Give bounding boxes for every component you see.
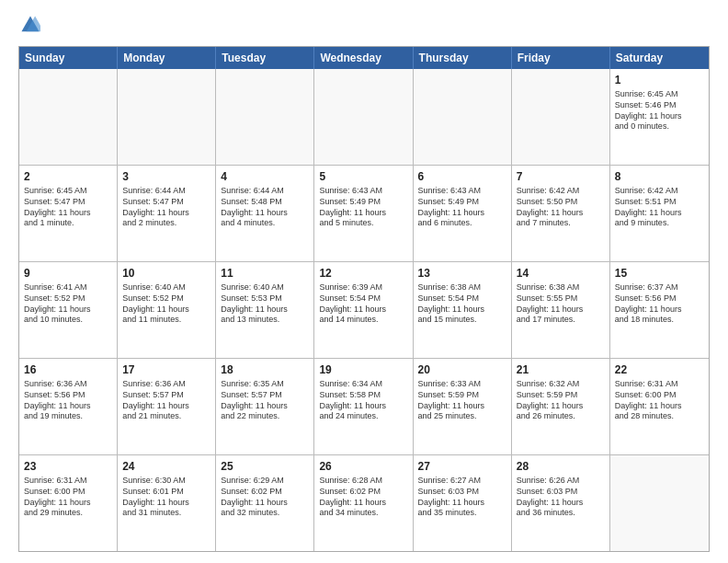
day-cell-12: 12Sunrise: 6:39 AM Sunset: 5:54 PM Dayli… (314, 262, 413, 358)
day-number: 14 (517, 266, 605, 281)
day-number: 20 (418, 362, 506, 377)
empty-cell (414, 69, 512, 165)
day-number: 5 (319, 169, 407, 184)
day-info: Sunrise: 6:32 AM Sunset: 5:59 PM Dayligh… (517, 379, 605, 422)
day-info: Sunrise: 6:28 AM Sunset: 6:02 PM Dayligh… (319, 476, 407, 519)
empty-cell (19, 69, 118, 165)
day-number: 2 (24, 169, 112, 184)
empty-cell (216, 69, 314, 165)
day-info: Sunrise: 6:43 AM Sunset: 5:49 PM Dayligh… (319, 186, 407, 229)
day-info: Sunrise: 6:36 AM Sunset: 5:57 PM Dayligh… (122, 379, 210, 422)
day-number: 19 (319, 362, 407, 377)
day-number: 1 (615, 73, 704, 87)
day-cell-10: 10Sunrise: 6:40 AM Sunset: 5:52 PM Dayli… (118, 262, 216, 358)
day-cell-7: 7Sunrise: 6:42 AM Sunset: 5:50 PM Daylig… (512, 166, 610, 261)
page: SundayMondayTuesdayWednesdayThursdayFrid… (0, 0, 728, 563)
week-row-0: 1Sunrise: 6:45 AM Sunset: 5:46 PM Daylig… (19, 69, 709, 165)
day-cell-6: 6Sunrise: 6:43 AM Sunset: 5:49 PM Daylig… (414, 166, 512, 261)
day-cell-27: 27Sunrise: 6:27 AM Sunset: 6:03 PM Dayli… (414, 455, 512, 551)
header-cell-monday: Monday (118, 47, 216, 69)
header (18, 15, 710, 39)
day-info: Sunrise: 6:26 AM Sunset: 6:03 PM Dayligh… (517, 476, 605, 519)
day-number: 24 (122, 459, 210, 474)
day-info: Sunrise: 6:42 AM Sunset: 5:51 PM Dayligh… (615, 186, 704, 229)
calendar: SundayMondayTuesdayWednesdayThursdayFrid… (18, 46, 710, 552)
logo-icon (20, 15, 40, 35)
calendar-header: SundayMondayTuesdayWednesdayThursdayFrid… (19, 47, 709, 69)
day-info: Sunrise: 6:27 AM Sunset: 6:03 PM Dayligh… (418, 476, 506, 519)
day-cell-8: 8Sunrise: 6:42 AM Sunset: 5:51 PM Daylig… (610, 166, 709, 261)
day-number: 3 (122, 169, 210, 184)
day-cell-22: 22Sunrise: 6:31 AM Sunset: 6:00 PM Dayli… (610, 359, 709, 454)
day-cell-19: 19Sunrise: 6:34 AM Sunset: 5:58 PM Dayli… (314, 359, 413, 454)
week-row-4: 23Sunrise: 6:31 AM Sunset: 6:00 PM Dayli… (19, 454, 709, 551)
day-number: 25 (221, 459, 309, 474)
day-info: Sunrise: 6:34 AM Sunset: 5:58 PM Dayligh… (319, 379, 407, 422)
day-number: 13 (418, 266, 506, 281)
calendar-body: 1Sunrise: 6:45 AM Sunset: 5:46 PM Daylig… (19, 69, 709, 551)
day-cell-9: 9Sunrise: 6:41 AM Sunset: 5:52 PM Daylig… (19, 262, 118, 358)
day-number: 17 (122, 362, 210, 377)
day-number: 18 (221, 362, 309, 377)
day-cell-16: 16Sunrise: 6:36 AM Sunset: 5:56 PM Dayli… (19, 359, 118, 454)
header-cell-thursday: Thursday (414, 47, 512, 69)
day-number: 23 (24, 459, 112, 474)
day-info: Sunrise: 6:43 AM Sunset: 5:49 PM Dayligh… (418, 186, 506, 229)
week-row-2: 9Sunrise: 6:41 AM Sunset: 5:52 PM Daylig… (19, 261, 709, 358)
day-number: 10 (122, 266, 210, 281)
empty-cell (512, 69, 610, 165)
header-cell-friday: Friday (512, 47, 610, 69)
day-cell-5: 5Sunrise: 6:43 AM Sunset: 5:49 PM Daylig… (314, 166, 413, 261)
day-info: Sunrise: 6:30 AM Sunset: 6:01 PM Dayligh… (122, 476, 210, 519)
day-number: 6 (418, 169, 506, 184)
header-cell-sunday: Sunday (19, 47, 118, 69)
header-cell-saturday: Saturday (610, 47, 709, 69)
day-info: Sunrise: 6:35 AM Sunset: 5:57 PM Dayligh… (221, 379, 309, 422)
day-number: 9 (24, 266, 112, 281)
day-number: 26 (319, 459, 407, 474)
day-info: Sunrise: 6:37 AM Sunset: 5:56 PM Dayligh… (615, 282, 704, 326)
day-cell-28: 28Sunrise: 6:26 AM Sunset: 6:03 PM Dayli… (512, 455, 610, 551)
empty-cell (314, 69, 413, 165)
day-info: Sunrise: 6:36 AM Sunset: 5:56 PM Dayligh… (24, 379, 112, 422)
day-info: Sunrise: 6:33 AM Sunset: 5:59 PM Dayligh… (418, 379, 506, 422)
day-info: Sunrise: 6:31 AM Sunset: 6:00 PM Dayligh… (24, 476, 112, 519)
day-info: Sunrise: 6:44 AM Sunset: 5:48 PM Dayligh… (221, 186, 309, 229)
day-info: Sunrise: 6:44 AM Sunset: 5:47 PM Dayligh… (122, 186, 210, 229)
day-info: Sunrise: 6:39 AM Sunset: 5:54 PM Dayligh… (319, 282, 407, 326)
day-cell-25: 25Sunrise: 6:29 AM Sunset: 6:02 PM Dayli… (216, 455, 314, 551)
day-info: Sunrise: 6:45 AM Sunset: 5:46 PM Dayligh… (615, 89, 704, 132)
day-cell-24: 24Sunrise: 6:30 AM Sunset: 6:01 PM Dayli… (118, 455, 216, 551)
day-cell-15: 15Sunrise: 6:37 AM Sunset: 5:56 PM Dayli… (610, 262, 709, 358)
logo (18, 15, 44, 39)
day-number: 28 (517, 459, 605, 474)
empty-cell (610, 455, 709, 551)
day-number: 8 (615, 169, 704, 184)
day-number: 21 (517, 362, 605, 377)
day-info: Sunrise: 6:40 AM Sunset: 5:52 PM Dayligh… (122, 282, 210, 326)
day-info: Sunrise: 6:40 AM Sunset: 5:53 PM Dayligh… (221, 282, 309, 326)
day-info: Sunrise: 6:29 AM Sunset: 6:02 PM Dayligh… (221, 476, 309, 519)
day-number: 27 (418, 459, 506, 474)
day-cell-13: 13Sunrise: 6:38 AM Sunset: 5:54 PM Dayli… (414, 262, 512, 358)
day-number: 22 (615, 362, 704, 377)
day-cell-18: 18Sunrise: 6:35 AM Sunset: 5:57 PM Dayli… (216, 359, 314, 454)
day-info: Sunrise: 6:31 AM Sunset: 6:00 PM Dayligh… (615, 379, 704, 422)
day-cell-26: 26Sunrise: 6:28 AM Sunset: 6:02 PM Dayli… (314, 455, 413, 551)
week-row-3: 16Sunrise: 6:36 AM Sunset: 5:56 PM Dayli… (19, 358, 709, 454)
week-row-1: 2Sunrise: 6:45 AM Sunset: 5:47 PM Daylig… (19, 165, 709, 261)
day-cell-2: 2Sunrise: 6:45 AM Sunset: 5:47 PM Daylig… (19, 166, 118, 261)
day-cell-11: 11Sunrise: 6:40 AM Sunset: 5:53 PM Dayli… (216, 262, 314, 358)
day-cell-23: 23Sunrise: 6:31 AM Sunset: 6:00 PM Dayli… (19, 455, 118, 551)
day-cell-14: 14Sunrise: 6:38 AM Sunset: 5:55 PM Dayli… (512, 262, 610, 358)
day-cell-21: 21Sunrise: 6:32 AM Sunset: 5:59 PM Dayli… (512, 359, 610, 454)
day-cell-3: 3Sunrise: 6:44 AM Sunset: 5:47 PM Daylig… (118, 166, 216, 261)
day-cell-17: 17Sunrise: 6:36 AM Sunset: 5:57 PM Dayli… (118, 359, 216, 454)
day-number: 11 (221, 266, 309, 281)
header-cell-wednesday: Wednesday (314, 47, 413, 69)
day-cell-1: 1Sunrise: 6:45 AM Sunset: 5:46 PM Daylig… (610, 69, 709, 165)
day-info: Sunrise: 6:45 AM Sunset: 5:47 PM Dayligh… (24, 186, 112, 229)
day-cell-20: 20Sunrise: 6:33 AM Sunset: 5:59 PM Dayli… (414, 359, 512, 454)
day-info: Sunrise: 6:38 AM Sunset: 5:55 PM Dayligh… (517, 282, 605, 326)
day-number: 7 (517, 169, 605, 184)
